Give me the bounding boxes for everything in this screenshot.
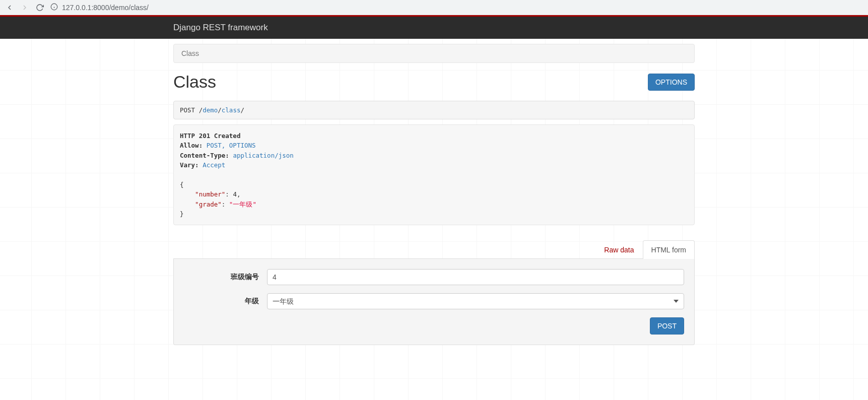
browser-toolbar: 127.0.0.1:8000/demo/class/ [0,0,868,15]
post-button[interactable]: POST [650,317,684,335]
ctype-value: application/json [233,152,293,159]
json-close: } [180,210,184,218]
form-tabs: Raw data HTML form [173,240,695,259]
url-text: 127.0.0.1:8000/demo/class/ [62,4,149,12]
select-grade[interactable]: 一年级 [267,293,684,309]
json-key-number: "number" [195,190,225,198]
forward-button[interactable] [20,3,29,12]
tab-html-form[interactable]: HTML form [643,240,695,259]
form-panel: 班级编号 年级 一年级 POST [173,259,695,345]
request-sep2: / [240,106,244,114]
brand-link[interactable]: Django REST framework [173,23,268,32]
request-method: POST [180,106,195,114]
json-comma1: , [237,190,241,198]
label-grade: 年级 [184,297,267,306]
json-val-grade: "一年级" [229,201,256,208]
back-button[interactable] [5,3,14,12]
page-header: Class OPTIONS [173,72,695,92]
breadcrumb: Class [173,44,695,63]
vary-value: Accept [203,161,225,169]
app-navbar: Django REST framework [0,17,868,39]
input-number[interactable] [267,269,684,285]
options-button[interactable]: OPTIONS [648,74,695,91]
vary-label: Vary: [180,161,199,169]
form-row-number: 班级编号 [184,269,684,285]
request-seg-demo: demo [203,106,218,114]
label-number: 班级编号 [184,273,267,282]
response-block: HTTP 201 Created Allow: POST, OPTIONS Co… [173,124,695,225]
main-area: Class Class OPTIONS POST /demo/class/ HT… [0,39,868,400]
request-line: POST /demo/class/ [173,101,695,119]
request-seg-class: class [222,106,241,114]
request-path-prefix: / [195,106,203,114]
json-colon2: : [222,201,229,208]
allow-value: POST, OPTIONS [207,142,256,149]
json-colon1: : [225,190,233,198]
form-row-grade: 年级 一年级 [184,293,684,309]
request-sep1: / [218,106,222,114]
address-bar[interactable]: 127.0.0.1:8000/demo/class/ [50,3,149,12]
tab-raw-data[interactable]: Raw data [595,240,642,259]
allow-label: Allow: [180,142,203,149]
breadcrumb-current: Class [181,49,199,57]
form-actions: POST [184,317,684,335]
reload-button[interactable] [35,3,44,12]
page-title: Class [173,72,216,92]
json-open: { [180,181,184,188]
json-key-grade: "grade" [195,201,222,208]
json-val-number: 4 [233,190,237,198]
status-line: HTTP 201 Created [180,132,240,140]
info-icon [50,3,58,12]
ctype-label: Content-Type: [180,152,229,159]
